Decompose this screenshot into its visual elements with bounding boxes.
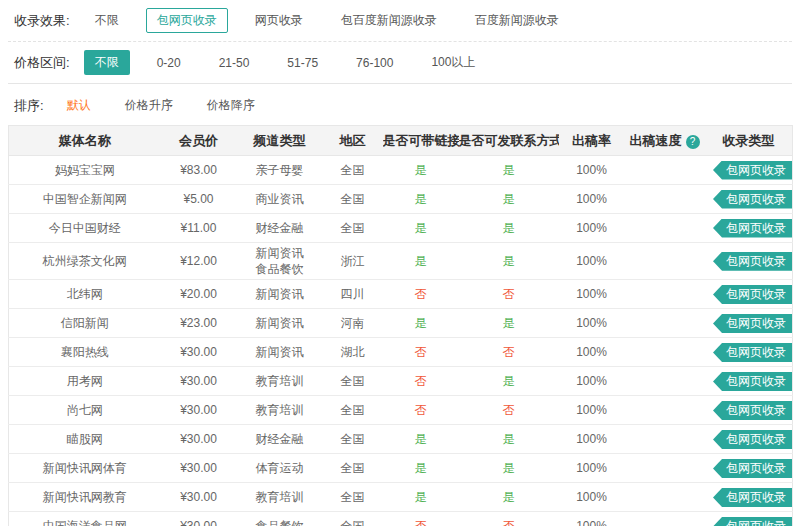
- media-name-cell: 妈妈宝宝网: [9, 156, 161, 185]
- table-row[interactable]: 北纬网 ¥20.00 新闻资讯 四川 否 否 100% 包网页收录: [9, 280, 793, 309]
- can-link-cell: 否: [383, 512, 459, 526]
- rate-cell: 100%: [559, 454, 625, 483]
- speed-cell: [625, 483, 705, 512]
- sort-option-1[interactable]: 价格升序: [116, 94, 182, 117]
- filter-effect-option-4[interactable]: 百度新闻源收录: [464, 8, 570, 33]
- filter-price-option-5[interactable]: 100以上: [420, 50, 486, 75]
- region-cell: 浙江: [323, 243, 383, 280]
- region-cell: 全国: [323, 396, 383, 425]
- region-cell: 全国: [323, 454, 383, 483]
- can-link-cell: 否: [383, 396, 459, 425]
- table-row[interactable]: 妈妈宝宝网 ¥83.00 亲子母婴 全国 是 是 100% 包网页收录: [9, 156, 793, 185]
- channel-cell: 财经金融: [237, 425, 323, 454]
- channel-cell: 教育培训: [237, 396, 323, 425]
- speed-cell: [625, 454, 705, 483]
- media-marketplace-page: 收录效果: 不限包网页收录网页收录包百度新闻源收录百度新闻源收录 价格区间: 不…: [0, 0, 800, 526]
- price-cell: ¥23.00: [161, 309, 237, 338]
- table-row[interactable]: 中国智企新闻网 ¥5.00 商业资讯 全国 是 是 100% 包网页收录: [9, 185, 793, 214]
- region-cell: 四川: [323, 280, 383, 309]
- can-link-cell: 否: [383, 367, 459, 396]
- help-icon[interactable]: ?: [686, 135, 700, 149]
- table-row[interactable]: 信阳新闻 ¥23.00 新闻资讯 河南 是 是 100% 包网页收录: [9, 309, 793, 338]
- table-row[interactable]: 尚七网 ¥30.00 教育培训 全国 否 否 100% 包网页收录: [9, 396, 793, 425]
- price-cell: ¥30.00: [161, 483, 237, 512]
- media-table-body: 妈妈宝宝网 ¥83.00 亲子母婴 全国 是 是 100% 包网页收录 中国智企…: [9, 156, 793, 526]
- filter-price-option-3[interactable]: 51-75: [276, 52, 329, 74]
- rate-cell: 100%: [559, 309, 625, 338]
- table-row[interactable]: 杭州绿茶文化网 ¥12.00 新闻资讯 食品餐饮 浙江 是 是 100% 包网页…: [9, 243, 793, 280]
- filter-effect-option-1[interactable]: 包网页收录: [146, 8, 228, 33]
- table-header-row: 媒体名称 会员价 频道类型 地区 是否可带链接 是否可发联系方式 出稿率 出稿速…: [9, 126, 793, 156]
- speed-cell: [625, 425, 705, 454]
- type-badge: 包网页收录: [713, 190, 792, 209]
- channel-cell: 教育培训: [237, 367, 323, 396]
- region-cell: 湖北: [323, 338, 383, 367]
- col-header-media-name: 媒体名称: [9, 126, 161, 156]
- can-link-cell: 是: [383, 243, 459, 280]
- can-contact-cell: 否: [459, 280, 559, 309]
- type-cell: 包网页收录: [705, 243, 793, 280]
- sort-option-2[interactable]: 价格降序: [198, 94, 264, 117]
- col-header-speed-label: 出稿速度: [630, 133, 682, 148]
- col-header-channel-type: 频道类型: [237, 126, 323, 156]
- filter-price-option-0[interactable]: 不限: [84, 50, 130, 75]
- can-link-cell: 是: [383, 483, 459, 512]
- price-cell: ¥30.00: [161, 396, 237, 425]
- price-cell: ¥30.00: [161, 367, 237, 396]
- table-row[interactable]: 用考网 ¥30.00 教育培训 全国 否 是 100% 包网页收录: [9, 367, 793, 396]
- region-cell: 全国: [323, 512, 383, 526]
- type-badge: 包网页收录: [713, 343, 792, 362]
- table-row[interactable]: 新闻快讯网教育 ¥30.00 教育培训 全国 是 是 100% 包网页收录: [9, 483, 793, 512]
- price-cell: ¥83.00: [161, 156, 237, 185]
- filter-row-effect: 收录效果: 不限包网页收录网页收录包百度新闻源收录百度新闻源收录: [8, 0, 792, 42]
- sort-row: 排序: 默认价格升序价格降序: [8, 84, 792, 125]
- type-badge: 包网页收录: [713, 401, 792, 420]
- filter-effect-option-3[interactable]: 包百度新闻源收录: [330, 8, 448, 33]
- speed-cell: [625, 243, 705, 280]
- filter-panel: 收录效果: 不限包网页收录网页收录包百度新闻源收录百度新闻源收录 价格区间: 不…: [8, 0, 792, 84]
- channel-cell: 新闻资讯 食品餐饮: [237, 243, 323, 280]
- table-row[interactable]: 襄阳热线 ¥30.00 新闻资讯 湖北 否 否 100% 包网页收录: [9, 338, 793, 367]
- rate-cell: 100%: [559, 243, 625, 280]
- rate-cell: 100%: [559, 396, 625, 425]
- rate-cell: 100%: [559, 214, 625, 243]
- media-name-cell: 中国智企新闻网: [9, 185, 161, 214]
- media-name-cell: 用考网: [9, 367, 161, 396]
- type-cell: 包网页收录: [705, 185, 793, 214]
- can-contact-cell: 是: [459, 454, 559, 483]
- table-row[interactable]: 新闻快讯网体育 ¥30.00 体育运动 全国 是 是 100% 包网页收录: [9, 454, 793, 483]
- price-cell: ¥30.00: [161, 338, 237, 367]
- table-row[interactable]: 今日中国财经 ¥11.00 财经金融 全国 是 是 100% 包网页收录: [9, 214, 793, 243]
- type-cell: 包网页收录: [705, 425, 793, 454]
- filter-price-option-4[interactable]: 76-100: [345, 52, 404, 74]
- sort-option-0[interactable]: 默认: [58, 94, 100, 117]
- filter-effect-option-2[interactable]: 网页收录: [244, 8, 314, 33]
- region-cell: 全国: [323, 156, 383, 185]
- filter-price-option-2[interactable]: 21-50: [208, 52, 261, 74]
- channel-cell: 商业资讯: [237, 185, 323, 214]
- can-contact-cell: 否: [459, 396, 559, 425]
- media-name-cell: 尚七网: [9, 396, 161, 425]
- type-badge: 包网页收录: [713, 219, 792, 238]
- can-link-cell: 否: [383, 280, 459, 309]
- can-link-cell: 是: [383, 214, 459, 243]
- media-name-cell: 新闻快讯网体育: [9, 454, 161, 483]
- filter-effect-option-0[interactable]: 不限: [84, 8, 130, 33]
- channel-cell: 食品餐饮: [237, 512, 323, 526]
- type-cell: 包网页收录: [705, 454, 793, 483]
- can-contact-cell: 否: [459, 338, 559, 367]
- can-contact-cell: 是: [459, 425, 559, 454]
- type-badge: 包网页收录: [713, 252, 792, 271]
- rate-cell: 100%: [559, 512, 625, 526]
- table-row[interactable]: 中国海洋食品网 ¥30.00 食品餐饮 全国 否 否 100% 包网页收录: [9, 512, 793, 526]
- type-cell: 包网页收录: [705, 214, 793, 243]
- type-cell: 包网页收录: [705, 483, 793, 512]
- filter-price-option-1[interactable]: 0-20: [146, 52, 192, 74]
- price-cell: ¥30.00: [161, 425, 237, 454]
- col-header-include-type: 收录类型: [705, 126, 793, 156]
- table-row[interactable]: 瞄股网 ¥30.00 财经金融 全国 是 是 100% 包网页收录: [9, 425, 793, 454]
- region-cell: 全国: [323, 483, 383, 512]
- type-badge: 包网页收录: [713, 430, 792, 449]
- type-badge: 包网页收录: [713, 161, 792, 180]
- type-cell: 包网页收录: [705, 367, 793, 396]
